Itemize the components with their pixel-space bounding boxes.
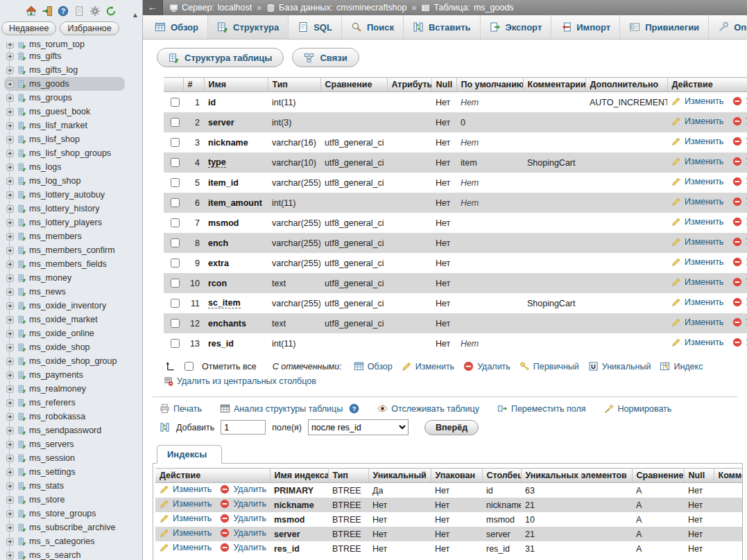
sidebar-item-label[interactable]: ms_realmoney [29, 384, 86, 394]
sidebar-item-ms_members[interactable]: ms_members [4, 229, 142, 243]
expand-icon[interactable] [6, 288, 15, 297]
with-selected-primary[interactable]: Первичный [520, 361, 579, 371]
drop-index-link[interactable]: Удалить [220, 499, 266, 509]
sidebar-item-ms_logs[interactable]: ms_logs [4, 160, 142, 174]
sidebar-item-label[interactable]: ms_settings [29, 467, 76, 477]
row-checkbox[interactable] [171, 238, 180, 247]
expand-icon[interactable] [6, 121, 15, 130]
expand-icon[interactable] [6, 551, 15, 560]
sidebar-item-ms_session[interactable]: ms_session [4, 451, 142, 465]
sidebar-item-label[interactable]: ms_groups [29, 93, 72, 103]
drop-index-link[interactable]: Удалить [220, 543, 266, 552]
column-header[interactable]: Атрибуты [387, 78, 431, 92]
recent-tables-button[interactable]: Недавнее [1, 21, 56, 35]
sidebar-item-ms_groups[interactable]: ms_groups [4, 91, 142, 105]
sidebar-item-label[interactable]: ms_servers [29, 439, 74, 449]
sidebar-item-label[interactable]: ms_store_groups [29, 509, 96, 518]
expand-icon[interactable] [6, 343, 15, 352]
edit-link[interactable]: Изменить [671, 116, 723, 126]
expand-icon[interactable] [6, 232, 15, 241]
sidebar-item-label[interactable]: ms_oxide_inventory [29, 301, 106, 310]
row-checkbox[interactable] [171, 178, 180, 187]
sidebar-item-label[interactable]: ms_oxide_shop_group [29, 356, 117, 366]
expand-icon[interactable] [6, 357, 15, 366]
refresh-icon[interactable] [105, 6, 117, 17]
sidebar-item-label[interactable]: ms_forum_top [29, 42, 85, 49]
edit-index-link[interactable]: Изменить [160, 543, 212, 552]
drop-link[interactable]: Удалить [732, 157, 747, 166]
row-checkbox[interactable] [171, 299, 180, 308]
help-icon[interactable]: ? [58, 6, 69, 17]
edit-link[interactable]: Изменить [671, 338, 723, 347]
drop-link[interactable]: Удалить [732, 277, 747, 287]
track-link[interactable]: Отслеживать таблицу [377, 403, 479, 414]
tab-insert[interactable]: Вставить [404, 15, 481, 39]
column-header[interactable]: По умолчанию [456, 78, 523, 92]
print-link[interactable]: Печать [160, 403, 202, 414]
breadcrumb-value[interactable]: localhost [218, 3, 252, 12]
expand-icon[interactable] [6, 523, 15, 532]
drop-link[interactable]: Удалить [732, 177, 747, 186]
sidebar-item-ms_guest_book[interactable]: ms_guest_book [4, 105, 142, 119]
edit-index-link[interactable]: Изменить [160, 514, 212, 523]
sidebar-item-label[interactable]: ms_members [29, 231, 82, 241]
expand-icon[interactable] [6, 426, 15, 435]
row-checkbox[interactable] [171, 339, 180, 348]
sidebar-item-label[interactable]: ms_oxide_market [29, 315, 98, 324]
with-selected-browse[interactable]: Обзор [354, 361, 393, 371]
edit-index-link[interactable]: Изменить [160, 499, 212, 509]
tab-operations[interactable]: Операции [709, 15, 747, 39]
check-all-label[interactable]: Отметить все [202, 362, 257, 371]
column-header[interactable]: Комментарии [523, 78, 585, 92]
subtab-relations[interactable]: Связи [292, 48, 359, 67]
analyze-link[interactable]: Анализ структуры таблицы? [220, 403, 359, 414]
expand-icon[interactable] [6, 315, 15, 324]
expand-icon[interactable] [6, 301, 15, 310]
sidebar-item-ms_sendpassword[interactable]: ms_sendpassword [4, 423, 142, 437]
sidebar-item-label[interactable]: ms_lisf_shop [29, 134, 80, 144]
drop-link[interactable]: Удалить [732, 338, 747, 347]
drop-link[interactable]: Удалить [732, 257, 747, 267]
edit-link[interactable]: Изменить [671, 277, 723, 287]
check-all-checkbox[interactable] [184, 362, 194, 371]
sidebar-item-label[interactable]: ms_members_fields [29, 259, 107, 269]
sidebar-item-ms_news[interactable]: ms_news [4, 285, 142, 299]
sidebar-item-label[interactable]: ms_log_shop [29, 176, 80, 186]
sidebar-item-ms_oxide_inventory[interactable]: ms_oxide_inventory [4, 299, 142, 313]
sidebar-item-ms_servers[interactable]: ms_servers [4, 437, 142, 451]
expand-icon[interactable] [6, 537, 15, 546]
tab-export[interactable]: Экспорт [481, 15, 552, 39]
tab-search[interactable]: Поиск [342, 15, 404, 39]
sidebar-item-ms_stats[interactable]: ms_stats [4, 479, 142, 493]
column-header[interactable]: Действие [667, 78, 747, 92]
column-header[interactable]: Тип [268, 78, 320, 92]
drop-link[interactable]: Удалить [732, 137, 747, 146]
edit-link[interactable]: Изменить [671, 157, 723, 166]
tab-import[interactable]: Импорт [551, 15, 620, 39]
expand-icon[interactable] [6, 399, 15, 408]
expand-icon[interactable] [6, 274, 15, 283]
edit-link[interactable]: Изменить [671, 237, 723, 247]
sidebar-item-label[interactable]: ms_payments [29, 370, 83, 380]
add-field-position-select[interactable]: после res_id [308, 419, 409, 435]
sidebar-item-label[interactable]: ms_lottery_autobuy [29, 190, 105, 200]
docs-icon[interactable] [74, 6, 85, 17]
expand-icon[interactable] [6, 509, 15, 518]
edit-link[interactable]: Изменить [671, 177, 723, 186]
drop-index-link[interactable]: Удалить [220, 484, 266, 494]
tab-structure[interactable]: Структура [208, 15, 289, 39]
expand-icon[interactable] [6, 385, 15, 394]
expand-icon[interactable] [6, 66, 15, 75]
sidebar-item-label[interactable]: ms_stats [29, 481, 64, 491]
sidebar-item-ms_oxide_market[interactable]: ms_oxide_market [4, 313, 142, 326]
column-header[interactable]: Null [431, 78, 456, 92]
sidebar-item-label[interactable]: ms_gifts_log [29, 65, 78, 75]
sidebar-item-label[interactable]: ms_logs [29, 162, 62, 172]
with-selected-unique[interactable]: UУникальный [588, 361, 651, 371]
sidebar-item-ms_payments[interactable]: ms_payments [4, 368, 142, 382]
tab-sql[interactable]: SQL [289, 15, 342, 39]
drop-link[interactable]: Удалить [732, 237, 747, 247]
expand-icon[interactable] [6, 329, 15, 338]
expand-icon[interactable] [6, 246, 15, 255]
sidebar-item-label[interactable]: ms_lottery_history [29, 204, 99, 213]
